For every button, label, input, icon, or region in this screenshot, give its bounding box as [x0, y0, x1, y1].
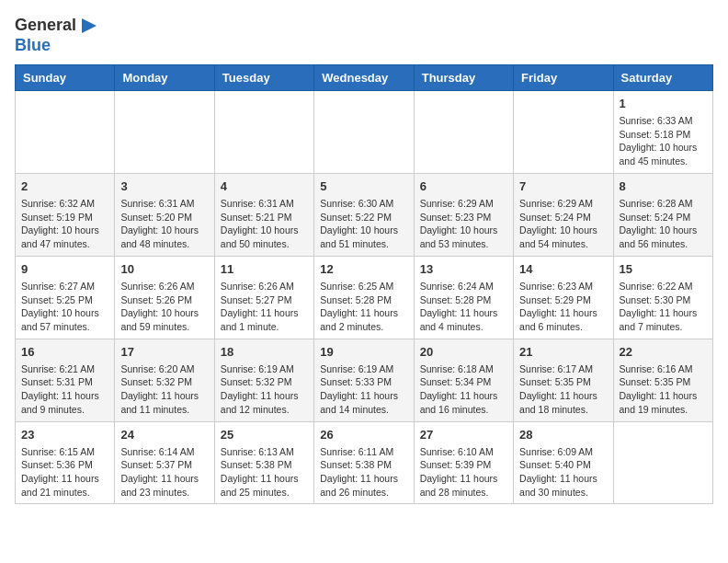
- day-number: 17: [120, 344, 208, 361]
- day-number: 21: [519, 344, 607, 361]
- day-info: Sunrise: 6:28 AM Sunset: 5:24 PM Dayligh…: [620, 197, 707, 251]
- day-info: Sunrise: 6:15 AM Sunset: 5:36 PM Dayligh…: [21, 445, 108, 500]
- day-number: 24: [120, 427, 208, 443]
- day-info: Sunrise: 6:16 AM Sunset: 5:35 PM Dayligh…: [620, 362, 707, 417]
- calendar-cell: [115, 90, 214, 173]
- day-info: Sunrise: 6:26 AM Sunset: 5:26 PM Dayligh…: [120, 280, 208, 334]
- day-number: 18: [221, 344, 308, 361]
- calendar-cell: 26Sunrise: 6:11 AM Sunset: 5:38 PM Dayli…: [314, 421, 414, 504]
- calendar-cell: 3Sunrise: 6:31 AM Sunset: 5:20 PM Daylig…: [115, 173, 214, 256]
- day-info: Sunrise: 6:22 AM Sunset: 5:30 PM Dayligh…: [620, 280, 707, 334]
- calendar-cell: 2Sunrise: 6:32 AM Sunset: 5:19 PM Daylig…: [16, 173, 115, 256]
- col-header-thursday: Thursday: [414, 64, 513, 90]
- calendar-cell: 18Sunrise: 6:19 AM Sunset: 5:32 PM Dayli…: [214, 339, 313, 421]
- day-info: Sunrise: 6:10 AM Sunset: 5:39 PM Dayligh…: [420, 445, 507, 500]
- day-number: 1: [620, 96, 707, 112]
- day-number: 2: [21, 178, 108, 195]
- day-info: Sunrise: 6:14 AM Sunset: 5:37 PM Dayligh…: [120, 445, 208, 500]
- calendar-cell: 24Sunrise: 6:14 AM Sunset: 5:37 PM Dayli…: [115, 421, 214, 504]
- calendar-cell: 13Sunrise: 6:24 AM Sunset: 5:28 PM Dayli…: [414, 256, 513, 339]
- day-number: 11: [221, 261, 308, 278]
- day-info: Sunrise: 6:30 AM Sunset: 5:22 PM Dayligh…: [320, 197, 407, 251]
- day-info: Sunrise: 6:09 AM Sunset: 5:40 PM Dayligh…: [519, 445, 607, 500]
- calendar-cell: 20Sunrise: 6:18 AM Sunset: 5:34 PM Dayli…: [414, 339, 513, 421]
- day-number: 13: [420, 261, 507, 278]
- calendar-cell: 17Sunrise: 6:20 AM Sunset: 5:32 PM Dayli…: [115, 339, 214, 421]
- day-info: Sunrise: 6:21 AM Sunset: 5:31 PM Dayligh…: [21, 362, 108, 417]
- day-info: Sunrise: 6:27 AM Sunset: 5:25 PM Dayligh…: [21, 280, 108, 334]
- calendar-cell: 6Sunrise: 6:29 AM Sunset: 5:23 PM Daylig…: [414, 173, 513, 256]
- calendar-cell: 14Sunrise: 6:23 AM Sunset: 5:29 PM Dayli…: [514, 256, 613, 339]
- calendar-cell: [16, 90, 115, 173]
- calendar-cell: [214, 90, 313, 173]
- calendar-cell: 15Sunrise: 6:22 AM Sunset: 5:30 PM Dayli…: [613, 256, 712, 339]
- calendar-cell: 22Sunrise: 6:16 AM Sunset: 5:35 PM Dayli…: [613, 339, 712, 421]
- calendar-cell: 11Sunrise: 6:26 AM Sunset: 5:27 PM Dayli…: [214, 256, 313, 339]
- calendar-table: SundayMondayTuesdayWednesdayThursdayFrid…: [15, 64, 713, 505]
- calendar-cell: [314, 90, 414, 173]
- page-header: General Blue: [15, 15, 713, 55]
- col-header-friday: Friday: [514, 64, 613, 90]
- logo-text: General: [15, 17, 76, 35]
- calendar-header-row: SundayMondayTuesdayWednesdayThursdayFrid…: [16, 64, 713, 90]
- day-info: Sunrise: 6:18 AM Sunset: 5:34 PM Dayligh…: [420, 362, 507, 417]
- day-info: Sunrise: 6:11 AM Sunset: 5:38 PM Dayligh…: [320, 445, 407, 500]
- col-header-tuesday: Tuesday: [214, 64, 313, 90]
- calendar-cell: 27Sunrise: 6:10 AM Sunset: 5:39 PM Dayli…: [414, 421, 513, 504]
- day-number: 10: [120, 261, 208, 278]
- logo: General Blue: [15, 15, 100, 55]
- day-info: Sunrise: 6:26 AM Sunset: 5:27 PM Dayligh…: [221, 280, 308, 334]
- day-number: 8: [620, 178, 707, 195]
- calendar-cell: 1Sunrise: 6:33 AM Sunset: 5:18 PM Daylig…: [613, 90, 712, 173]
- day-info: Sunrise: 6:32 AM Sunset: 5:19 PM Dayligh…: [21, 197, 108, 251]
- day-number: 27: [420, 427, 507, 443]
- col-header-sunday: Sunday: [16, 64, 115, 90]
- svg-marker-0: [82, 18, 97, 33]
- day-info: Sunrise: 6:24 AM Sunset: 5:28 PM Dayligh…: [420, 280, 507, 334]
- calendar-cell: 23Sunrise: 6:15 AM Sunset: 5:36 PM Dayli…: [16, 421, 115, 504]
- day-number: 12: [320, 261, 407, 278]
- day-info: Sunrise: 6:20 AM Sunset: 5:32 PM Dayligh…: [120, 362, 208, 417]
- calendar-cell: [414, 90, 513, 173]
- day-info: Sunrise: 6:23 AM Sunset: 5:29 PM Dayligh…: [519, 280, 607, 334]
- day-info: Sunrise: 6:31 AM Sunset: 5:20 PM Dayligh…: [120, 197, 208, 251]
- calendar-cell: 5Sunrise: 6:30 AM Sunset: 5:22 PM Daylig…: [314, 173, 414, 256]
- calendar-week-1: 1Sunrise: 6:33 AM Sunset: 5:18 PM Daylig…: [16, 90, 713, 173]
- calendar-cell: [514, 90, 613, 173]
- day-number: 19: [320, 344, 407, 361]
- calendar-cell: 12Sunrise: 6:25 AM Sunset: 5:28 PM Dayli…: [314, 256, 414, 339]
- logo-blue-text: Blue: [15, 36, 51, 54]
- calendar-cell: 7Sunrise: 6:29 AM Sunset: 5:24 PM Daylig…: [514, 173, 613, 256]
- calendar-cell: [613, 421, 712, 504]
- day-info: Sunrise: 6:25 AM Sunset: 5:28 PM Dayligh…: [320, 280, 407, 334]
- col-header-wednesday: Wednesday: [314, 64, 414, 90]
- day-number: 3: [120, 178, 208, 195]
- calendar-cell: 19Sunrise: 6:19 AM Sunset: 5:33 PM Dayli…: [314, 339, 414, 421]
- day-number: 5: [320, 178, 407, 195]
- day-number: 20: [420, 344, 507, 361]
- day-number: 28: [519, 427, 607, 443]
- col-header-monday: Monday: [115, 64, 214, 90]
- day-info: Sunrise: 6:29 AM Sunset: 5:24 PM Dayligh…: [519, 197, 607, 251]
- calendar-cell: 9Sunrise: 6:27 AM Sunset: 5:25 PM Daylig…: [16, 256, 115, 339]
- day-number: 14: [519, 261, 607, 278]
- calendar-week-4: 16Sunrise: 6:21 AM Sunset: 5:31 PM Dayli…: [16, 339, 713, 421]
- day-number: 6: [420, 178, 507, 195]
- calendar-cell: 16Sunrise: 6:21 AM Sunset: 5:31 PM Dayli…: [16, 339, 115, 421]
- day-info: Sunrise: 6:19 AM Sunset: 5:33 PM Dayligh…: [320, 362, 407, 417]
- day-info: Sunrise: 6:29 AM Sunset: 5:23 PM Dayligh…: [420, 197, 507, 251]
- day-number: 9: [21, 261, 108, 278]
- calendar-cell: 25Sunrise: 6:13 AM Sunset: 5:38 PM Dayli…: [214, 421, 313, 504]
- day-number: 7: [519, 178, 607, 195]
- day-number: 22: [620, 344, 707, 361]
- calendar-cell: 10Sunrise: 6:26 AM Sunset: 5:26 PM Dayli…: [115, 256, 214, 339]
- calendar-week-5: 23Sunrise: 6:15 AM Sunset: 5:36 PM Dayli…: [16, 421, 713, 504]
- day-number: 23: [21, 427, 108, 443]
- day-info: Sunrise: 6:33 AM Sunset: 5:18 PM Dayligh…: [620, 114, 707, 168]
- logo-icon: [78, 15, 100, 37]
- calendar-cell: 4Sunrise: 6:31 AM Sunset: 5:21 PM Daylig…: [214, 173, 313, 256]
- day-number: 4: [221, 178, 308, 195]
- day-info: Sunrise: 6:13 AM Sunset: 5:38 PM Dayligh…: [221, 445, 308, 500]
- calendar-week-2: 2Sunrise: 6:32 AM Sunset: 5:19 PM Daylig…: [16, 173, 713, 256]
- calendar-cell: 21Sunrise: 6:17 AM Sunset: 5:35 PM Dayli…: [514, 339, 613, 421]
